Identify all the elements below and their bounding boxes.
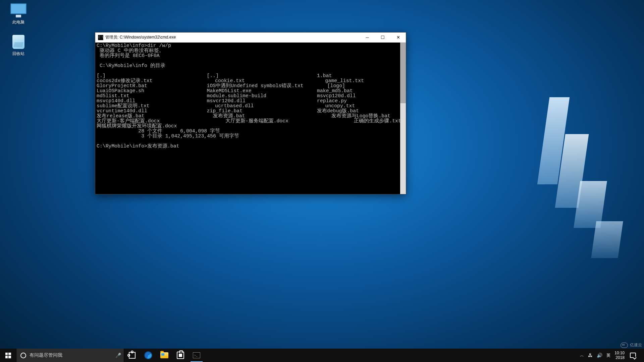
volume-icon[interactable]: 🔊 [597, 353, 602, 358]
minimize-button[interactable]: ─ [360, 33, 375, 43]
scrollbar[interactable] [400, 43, 406, 194]
cmd-titlebar-icon [98, 35, 103, 40]
taskbar-running-cmd[interactable] [189, 349, 205, 362]
task-view-icon [129, 352, 136, 359]
action-center-icon[interactable] [630, 353, 636, 358]
clock[interactable]: 10:10 2018 [614, 351, 626, 360]
wallpaper-stroke [537, 97, 570, 184]
ime-indicator[interactable]: 英 [606, 353, 610, 358]
window-title: 管理员: C:\Windows\system32\cmd.exe [105, 35, 360, 40]
taskbar-pin-store[interactable] [172, 349, 189, 362]
terminal-client: C:\RyMobile\info>dir /w/p 驱动器 C 中的卷没有标签。… [95, 43, 406, 194]
store-icon [177, 352, 184, 359]
clock-date: 2018 [614, 355, 625, 360]
windows-logo-icon [5, 353, 11, 358]
recycle-bin-icon [12, 35, 24, 49]
start-button[interactable] [0, 349, 16, 362]
task-view-button[interactable] [124, 349, 140, 362]
network-icon[interactable]: 🖧 [588, 353, 593, 358]
taskbar-spacer [205, 349, 577, 362]
watermark-icon [621, 343, 628, 348]
microphone-icon[interactable]: 🎤 [112, 353, 124, 358]
titlebar[interactable]: 管理员: C:\Windows\system32\cmd.exe ─ ☐ ✕ [95, 33, 406, 43]
cortana-icon [20, 353, 26, 358]
desktop-icon-label: 回收站 [3, 51, 34, 57]
tray-overflow-icon[interactable]: ︿ [580, 353, 584, 358]
watermark-text: 亿速云 [630, 342, 642, 348]
close-button[interactable]: ✕ [390, 33, 406, 43]
taskbar-pin-explorer[interactable] [156, 349, 172, 362]
terminal-output[interactable]: C:\RyMobile\info>dir /w/p 驱动器 C 中的卷没有标签。… [95, 43, 400, 194]
cmd-icon [193, 352, 200, 358]
cortana-search[interactable]: 有问题尽管问我 🎤 [16, 349, 124, 362]
desktop-icon-label: 此电脑 [3, 19, 34, 25]
maximize-button[interactable]: ☐ [375, 33, 390, 43]
wallpaper-stroke [591, 221, 623, 258]
cmd-window[interactable]: 管理员: C:\Windows\system32\cmd.exe ─ ☐ ✕ C… [95, 32, 406, 194]
edge-icon [144, 351, 152, 359]
clock-time: 10:10 [614, 351, 625, 355]
scrollbar-thumb[interactable] [400, 43, 406, 103]
taskbar: 有问题尽管问我 🎤 ︿ 🖧 🔊 英 10:10 2018 [0, 349, 644, 362]
desktop-icon-this-pc[interactable]: 此电脑 [3, 3, 34, 25]
desktop-icon-recycle-bin[interactable]: 回收站 [3, 35, 34, 57]
wallpaper-stroke [555, 134, 589, 208]
file-explorer-icon [160, 352, 168, 358]
system-tray[interactable]: ︿ 🖧 🔊 英 10:10 2018 [577, 349, 644, 362]
watermark: 亿速云 [621, 342, 642, 348]
taskbar-pin-edge[interactable] [140, 349, 156, 362]
wallpaper-stroke [574, 181, 607, 228]
computer-icon [10, 3, 26, 18]
search-placeholder: 有问题尽管问我 [30, 352, 112, 358]
